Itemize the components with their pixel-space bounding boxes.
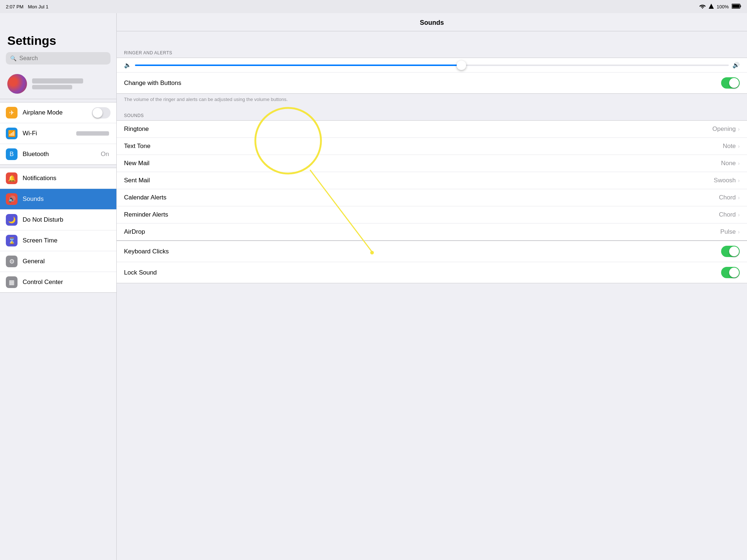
toggle-row-lock-sound[interactable]: Lock Sound xyxy=(117,262,747,283)
sidebar-item-screen-time[interactable]: ⌛Screen Time xyxy=(0,230,116,251)
volume-slider-fill xyxy=(135,65,461,66)
sidebar-item-label-screen-time: Screen Time xyxy=(23,237,111,244)
sidebar-item-do-not-disturb[interactable]: 🌙Do Not Disturb xyxy=(0,210,116,230)
svg-marker-0 xyxy=(709,4,714,9)
main-sections: RINGER AND ALERTS🔈🔊Change with ButtonsTh… xyxy=(117,44,747,283)
airplane-mode-toggle[interactable] xyxy=(92,107,111,118)
sidebar-item-label-bluetooth: Bluetooth xyxy=(23,151,101,158)
sidebar-item-airplane-mode[interactable]: ✈Airplane Mode xyxy=(0,102,116,123)
toggle-row-change-with-buttons[interactable]: Change with Buttons xyxy=(117,73,747,93)
sidebar-item-general[interactable]: ⚙General xyxy=(0,251,116,272)
sidebar-item-wifi[interactable]: 📶Wi-Fi xyxy=(0,123,116,144)
sidebar-item-control-center[interactable]: ▦Control Center xyxy=(0,272,116,292)
search-icon: 🔍 xyxy=(10,55,16,61)
section-header-1: SOUNDS xyxy=(117,107,747,120)
nav-value: Chord xyxy=(719,194,736,201)
search-input[interactable] xyxy=(19,55,106,62)
nav-value: Swoosh xyxy=(714,177,736,184)
sidebar-item-label-sounds: Sounds xyxy=(23,195,111,203)
sidebar-item-bluetooth[interactable]: BBluetoothOn xyxy=(0,144,116,164)
profile-section[interactable] xyxy=(0,69,116,99)
wifi-value-blur xyxy=(76,131,109,136)
nav-value: Pulse xyxy=(720,228,736,236)
sidebar-title: Settings xyxy=(0,26,116,52)
sidebar-item-label-control-center: Control Center xyxy=(23,279,111,286)
nav-row-calendar-alerts[interactable]: Calendar AlertsChord› xyxy=(117,189,747,206)
section-group-0: 🔈🔊Change with Buttons xyxy=(117,58,747,94)
nav-row-sent-mail[interactable]: Sent MailSwoosh› xyxy=(117,172,747,189)
ringer-note: The volume of the ringer and alerts can … xyxy=(117,94,747,107)
nav-row-ringtone[interactable]: RingtoneOpening› xyxy=(117,121,747,138)
sidebar-item-label-do-not-disturb: Do Not Disturb xyxy=(23,216,111,223)
nav-label: Sent Mail xyxy=(124,177,714,184)
battery-icon xyxy=(732,4,741,10)
sidebar-item-notifications[interactable]: 🔔Notifications xyxy=(0,168,116,189)
chevron-right-icon: › xyxy=(738,126,740,132)
sidebar-item-label-notifications: Notifications xyxy=(23,175,111,182)
airplane-mode-icon: ✈ xyxy=(6,107,18,118)
screen-time-icon: ⌛ xyxy=(6,235,18,246)
profile-subtitle xyxy=(32,85,72,89)
nav-value: None xyxy=(721,160,736,167)
search-bar[interactable]: 🔍 xyxy=(6,52,111,65)
profile-name xyxy=(32,78,83,83)
sidebar-item-sounds[interactable]: 🔊Sounds xyxy=(0,189,116,210)
avatar xyxy=(7,74,27,94)
volume-low-icon: 🔈 xyxy=(124,62,131,69)
chevron-right-icon: › xyxy=(738,229,740,235)
wifi-icon xyxy=(699,4,706,10)
do-not-disturb-icon: 🌙 xyxy=(6,214,18,226)
chevron-right-icon: › xyxy=(738,160,740,166)
status-bar: 2:07 PM Mon Jul 1 100% xyxy=(0,0,747,13)
profile-info xyxy=(32,78,83,89)
sidebar: Settings 🔍 ✈Airplane Mode📶Wi-FiBBluetoot… xyxy=(0,13,117,560)
nav-value: Opening xyxy=(712,125,736,133)
signal-icon xyxy=(709,4,714,10)
keyboard-clicks-toggle[interactable] xyxy=(721,246,740,257)
sidebar-items: ✈Airplane Mode📶Wi-FiBBluetoothOn🔔Notific… xyxy=(0,99,116,293)
chevron-right-icon: › xyxy=(738,212,740,218)
main-content-wrapper: Sounds RINGER AND ALERTS🔈🔊Change with Bu… xyxy=(117,13,747,560)
nav-label: Ringtone xyxy=(124,125,712,133)
nav-label: Calendar Alerts xyxy=(124,194,719,201)
nav-row-airdrop[interactable]: AirDropPulse› xyxy=(117,223,747,240)
sounds-icon: 🔊 xyxy=(6,193,18,205)
general-icon: ⚙ xyxy=(6,256,18,267)
volume-slider-track[interactable] xyxy=(135,65,729,66)
nav-label: New Mail xyxy=(124,160,721,167)
toggle-label: Keyboard Clicks xyxy=(124,248,721,255)
status-time-area: 2:07 PM Mon Jul 1 xyxy=(6,4,49,9)
sidebar-item-label-airplane-mode: Airplane Mode xyxy=(23,109,92,116)
svg-rect-2 xyxy=(732,4,740,8)
chevron-right-icon: › xyxy=(738,178,740,183)
volume-high-icon: 🔊 xyxy=(732,62,740,69)
nav-row-text-tone[interactable]: Text ToneNote› xyxy=(117,138,747,155)
toggle-label: Lock Sound xyxy=(124,269,721,276)
svg-rect-3 xyxy=(740,5,741,7)
nav-value: Note xyxy=(723,143,736,150)
status-time: 2:07 PM xyxy=(6,4,23,9)
toggle-row-keyboard-clicks[interactable]: Keyboard Clicks xyxy=(117,241,747,262)
nav-row-new-mail[interactable]: New MailNone› xyxy=(117,155,747,172)
nav-row-reminder-alerts[interactable]: Reminder AlertsChord› xyxy=(117,206,747,223)
sidebar-item-label-wifi: Wi-Fi xyxy=(23,130,76,137)
chevron-right-icon: › xyxy=(738,195,740,201)
main-content: RINGER AND ALERTS🔈🔊Change with ButtonsTh… xyxy=(117,31,747,560)
chevron-right-icon: › xyxy=(738,143,740,149)
wifi-icon: 📶 xyxy=(6,128,18,139)
toggle-label: Change with Buttons xyxy=(124,79,721,87)
volume-slider-row[interactable]: 🔈🔊 xyxy=(117,58,747,73)
section-group-1: RingtoneOpening›Text ToneNote›New MailNo… xyxy=(117,120,747,241)
control-center-icon: ▦ xyxy=(6,276,18,288)
change-with-buttons-toggle[interactable] xyxy=(721,77,740,89)
section-group-2: Keyboard ClicksLock Sound xyxy=(117,241,747,283)
lock-sound-toggle[interactable] xyxy=(721,267,740,278)
nav-label: AirDrop xyxy=(124,228,720,236)
section-header-0: RINGER AND ALERTS xyxy=(117,44,747,58)
volume-slider-thumb[interactable] xyxy=(457,61,466,70)
nav-label: Reminder Alerts xyxy=(124,211,719,218)
nav-value: Chord xyxy=(719,211,736,218)
status-day: Mon Jul 1 xyxy=(28,4,48,9)
main-header: Sounds xyxy=(117,13,747,31)
status-icons: 100% xyxy=(699,4,741,10)
